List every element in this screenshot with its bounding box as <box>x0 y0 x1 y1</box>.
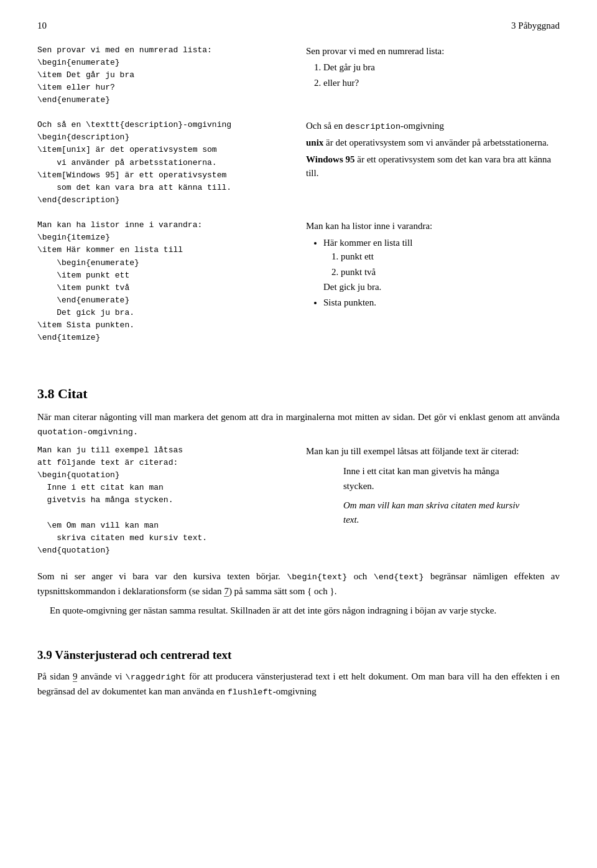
list-item: Här kommer en lista till punkt ett punkt… <box>323 236 560 294</box>
list-item: Sista punkten. <box>323 296 560 310</box>
section-vanster-title: Vänsterjusterad och centrerad text <box>55 648 231 661</box>
desc-term-windows: Windows 95 <box>306 154 355 164</box>
vanster-body-p1-d: -omgivning <box>273 686 317 696</box>
section-citat-number: 3.8 <box>37 386 55 401</box>
page-header: 10 3 Påbyggnad <box>37 19 560 33</box>
after-enum-text: Det gick ju bra. <box>323 280 560 294</box>
citat-rendered-intro: Man kan ju till exempel låtsas att följa… <box>306 444 560 459</box>
quotation-block: Inne i ett citat kan man givetvis ha mån… <box>343 464 522 527</box>
citat-intro-mono: quotation-omgivning. <box>37 427 138 437</box>
section-nested-lists: Man kan ha listor inne i varandra: \begi… <box>37 219 560 344</box>
inner-enum-list: punkt ett punkt två <box>341 250 560 279</box>
citat-intro-text: När man citerar någonting vill man marke… <box>37 412 560 422</box>
vanster-flushleft-mono: flushleft <box>228 688 273 697</box>
citat-code-block: Man kan ju till exempel låtsas att följa… <box>37 444 291 557</box>
section-vanster-heading: 3.9 Vänsterjusterad och centrerad text <box>37 646 560 665</box>
nested-lists-code-block: Man kan ha listor inne i varandra: \begi… <box>37 219 291 344</box>
enumerate-rendered-title: Sen provar vi med en numrerad lista: <box>306 44 560 58</box>
citat-body-p2: En quote-omgivning ger nästan samma resu… <box>37 604 560 618</box>
citat-ref-7[interactable]: 7 <box>224 586 229 597</box>
page: 10 3 Påbyggnad Sen provar vi med en numr… <box>0 0 597 868</box>
bullet1-text: Här kommer en lista till <box>323 238 412 248</box>
section-enumerate: Sen provar vi med en numrerad lista: \be… <box>37 44 560 107</box>
quotation-p2: Om man vill kan man skriva citaten med k… <box>343 498 522 528</box>
enumerate-rendered: Sen provar vi med en numrerad lista: Det… <box>306 44 560 107</box>
list-item: Det går ju bra <box>323 60 560 75</box>
enumerate-list: Det går ju bra eller hur? <box>323 60 560 90</box>
section-citat-heading: 3.8 Citat <box>37 383 560 404</box>
vanster-raggedright-mono: \raggedright <box>126 673 186 682</box>
vanster-body-p1-b: använde vi <box>77 671 125 681</box>
section-citat-example: Man kan ju till exempel låtsas att följa… <box>37 444 560 557</box>
description-rendered: Och så en description-omgivning unix är … <box>306 119 560 207</box>
vanster-body-p1: På sidan 9 använde vi \raggedright för a… <box>37 670 560 699</box>
vanster-body-p1-a: På sidan <box>37 671 73 681</box>
page-number: 10 <box>37 19 47 33</box>
description-code-block: Och så en \texttt{description}-omgivning… <box>37 119 291 207</box>
desc-item-windows: Windows 95 är ett operativsystem som det… <box>306 152 560 180</box>
citat-body-p1-c: ) på samma sätt som { och }. <box>229 586 337 596</box>
outer-bullet-list: Här kommer en lista till punkt ett punkt… <box>323 236 560 310</box>
citat-body-p1-mid: och <box>347 571 373 581</box>
description-rendered-title: Och så en description-omgivning <box>306 119 560 133</box>
list-item: punkt två <box>341 265 560 279</box>
desc-def-unix: är det operativsystem som vi använder på… <box>323 138 548 147</box>
section-citat-title: Citat <box>58 386 88 401</box>
citat-body-mono2: \end{text} <box>374 572 424 582</box>
desc-term-unix: unix <box>306 138 323 147</box>
citat-rendered: Man kan ju till exempel låtsas att följa… <box>306 444 560 557</box>
section-vanster-number: 3.9 <box>37 648 52 661</box>
list-item: eller hur? <box>323 76 560 90</box>
description-code: Och så en \texttt{description}-omgivning… <box>37 119 291 207</box>
section-description: Och så en \texttt{description}-omgivning… <box>37 119 560 207</box>
citat-body-p1-a: Som ni ser anger vi bara var den kursiva… <box>37 571 287 581</box>
enumerate-code-block: Sen provar vi med en numrerad lista: \be… <box>37 44 291 107</box>
nested-lists-title: Man kan ha listor inne i varandra: <box>306 219 560 233</box>
chapter-title: 3 Påbyggnad <box>511 19 560 33</box>
enumerate-code: Sen provar vi med en numrerad lista: \be… <box>37 44 291 107</box>
nested-lists-rendered: Man kan ha listor inne i varandra: Här k… <box>306 219 560 344</box>
desc-item-unix: unix är det operativsystem som vi använd… <box>306 136 560 150</box>
description-list: unix är det operativsystem som vi använd… <box>306 136 560 180</box>
quotation-p1: Inne i ett citat kan man givetvis ha mån… <box>343 464 522 493</box>
citat-code: Man kan ju till exempel låtsas att följa… <box>37 444 291 557</box>
description-mono-title: description <box>345 122 400 131</box>
nested-lists-code: Man kan ha listor inne i varandra: \begi… <box>37 219 291 344</box>
citat-body-mono1: \begin{text} <box>287 572 347 582</box>
list-item: punkt ett <box>341 250 560 264</box>
citat-intro: När man citerar någonting vill man marke… <box>37 410 560 439</box>
citat-body-p1: Som ni ser anger vi bara var den kursiva… <box>37 569 560 599</box>
